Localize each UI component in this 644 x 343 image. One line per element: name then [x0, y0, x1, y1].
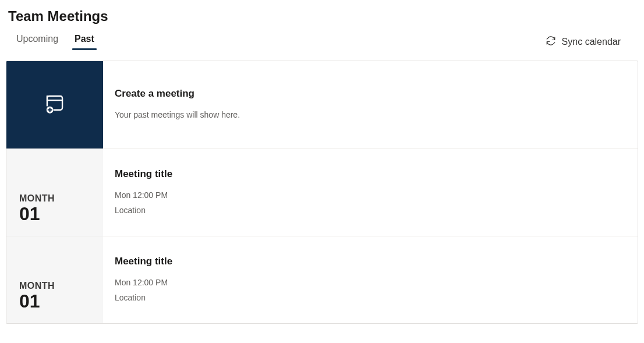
create-meeting-title: Create a meeting [115, 88, 626, 100]
meeting-date-box: MONTH 01 [6, 149, 103, 236]
sync-icon [546, 36, 556, 48]
meetings-list: Create a meeting Your past meetings will… [6, 61, 638, 324]
sync-calendar-button[interactable]: Sync calendar [546, 36, 621, 48]
meeting-location: Location [115, 203, 626, 218]
tab-past[interactable]: Past [75, 34, 94, 50]
meeting-time: Mon 12:00 PM [115, 188, 626, 203]
meeting-month: MONTH [19, 193, 55, 204]
page-title: Team Meetings [8, 8, 638, 24]
meeting-title: Meeting title [115, 168, 626, 180]
meeting-day: 01 [19, 204, 40, 224]
meeting-row[interactable]: MONTH 01 Meeting title Mon 12:00 PM Loca… [6, 148, 638, 236]
create-meeting-subtitle: Your past meetings will show here. [115, 108, 626, 122]
create-meeting-row[interactable]: Create a meeting Your past meetings will… [6, 61, 638, 148]
meeting-location: Location [115, 291, 626, 305]
sync-label: Sync calendar [562, 37, 621, 47]
create-meeting-icon-box [6, 61, 103, 148]
meeting-row[interactable]: MONTH 01 Meeting title Mon 12:00 PM Loca… [6, 236, 638, 323]
calendar-add-icon [44, 93, 66, 117]
meeting-body: Meeting title Mon 12:00 PM Location [103, 149, 638, 236]
meeting-time: Mon 12:00 PM [115, 275, 626, 290]
meeting-month: MONTH [19, 281, 55, 291]
header-row: Upcoming Past Sync calendar [6, 34, 638, 50]
tabs: Upcoming Past [16, 34, 94, 50]
create-meeting-body: Create a meeting Your past meetings will… [103, 61, 638, 148]
meeting-body: Meeting title Mon 12:00 PM Location [103, 236, 638, 323]
meeting-date-box: MONTH 01 [6, 236, 103, 323]
meeting-title: Meeting title [115, 256, 626, 267]
meeting-day: 01 [19, 291, 40, 312]
tab-upcoming[interactable]: Upcoming [16, 34, 58, 50]
